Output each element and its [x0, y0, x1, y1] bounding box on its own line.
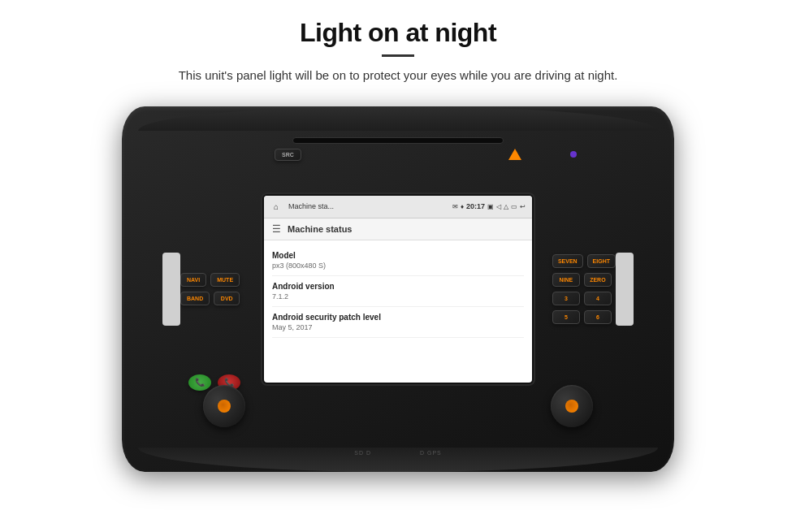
- page-title: Light on at night: [0, 18, 796, 48]
- page-header: Light on at night This unit's panel ligh…: [0, 0, 796, 92]
- app-title: Machine status: [288, 224, 352, 234]
- title-divider: [382, 54, 414, 57]
- sd-label: SD D: [354, 450, 371, 456]
- src-button[interactable]: SRC: [275, 149, 301, 161]
- info-row-model: Model px3 (800x480 S): [272, 245, 524, 276]
- left-btn-row-2: BAND DVD: [180, 292, 240, 305]
- model-value: px3 (800x480 S): [272, 262, 524, 270]
- five-button[interactable]: 5: [552, 310, 580, 324]
- bottom-labels: SD D D GPS: [354, 450, 442, 456]
- right-btn-row-3: 3 4: [552, 292, 616, 305]
- cd-slot: [292, 137, 504, 144]
- band-button[interactable]: BAND: [180, 292, 210, 305]
- info-content: Model px3 (800x480 S) Android version 7.…: [264, 240, 532, 343]
- car-unit: SRC ⌂ Machine sta... ✉ ♦ 20:17 ▣ ◁ △ ▭ ↩…: [122, 106, 674, 472]
- right-knob[interactable]: [551, 385, 593, 427]
- screen-icon: ▭: [511, 203, 517, 210]
- right-btn-row-1: SEVEN EIGHT: [552, 254, 616, 268]
- security-value: May 5, 2017: [272, 323, 524, 331]
- right-btn-row-4: 5 6: [552, 310, 616, 324]
- model-label: Model: [272, 251, 524, 260]
- android-version-value: 7.1.2: [272, 292, 524, 301]
- android-version-label: Android version: [272, 282, 524, 291]
- four-button[interactable]: 4: [584, 292, 612, 305]
- dvd-button[interactable]: DVD: [214, 292, 240, 305]
- security-label: Android security patch level: [272, 313, 524, 322]
- android-screen: ⌂ Machine sta... ✉ ♦ 20:17 ▣ ◁ △ ▭ ↩ ☰ M…: [264, 196, 532, 383]
- status-icons: ✉ ♦ 20:17 ▣ ◁ △ ▭ ↩: [452, 202, 526, 210]
- status-time: 20:17: [466, 202, 485, 210]
- back-icon: ↩: [520, 203, 526, 210]
- msg-icon: ✉: [452, 203, 458, 210]
- navi-button[interactable]: NAVI: [180, 273, 206, 287]
- seven-button[interactable]: SEVEN: [552, 254, 583, 268]
- camera-icon: ▣: [487, 203, 494, 210]
- status-app-title: Machine sta...: [288, 202, 449, 210]
- mute-button[interactable]: MUTE: [210, 273, 240, 287]
- left-bracket: [162, 253, 180, 326]
- home-icon: ⌂: [270, 201, 282, 212]
- info-row-security: Android security patch level May 5, 2017: [272, 307, 524, 338]
- indicator-dot: [570, 151, 577, 158]
- vol-icon: ◁: [496, 203, 501, 210]
- answer-button[interactable]: 📞: [188, 374, 211, 391]
- eight-button[interactable]: EIGHT: [587, 254, 616, 268]
- three-button[interactable]: 3: [552, 292, 580, 305]
- left-knob[interactable]: [203, 385, 245, 427]
- menu-icon: ☰: [272, 223, 281, 235]
- up-icon: △: [504, 203, 508, 210]
- location-icon: ♦: [461, 203, 464, 210]
- info-row-android: Android version 7.1.2: [272, 276, 524, 307]
- right-bracket: [616, 253, 634, 326]
- right-buttons-panel: SEVEN EIGHT NINE ZERO 3 4 5 6: [552, 254, 616, 324]
- left-btn-row-1: NAVI MUTE: [180, 273, 240, 287]
- six-button[interactable]: 6: [584, 310, 612, 324]
- page-subtitle: This unit's panel light will be on to pr…: [0, 67, 796, 85]
- nine-button[interactable]: NINE: [552, 273, 580, 287]
- left-buttons-panel: NAVI MUTE BAND DVD: [180, 273, 240, 305]
- gps-label: D GPS: [420, 450, 442, 456]
- status-bar: ⌂ Machine sta... ✉ ♦ 20:17 ▣ ◁ △ ▭ ↩: [264, 196, 532, 218]
- right-btn-row-2: NINE ZERO: [552, 273, 616, 287]
- zero-button[interactable]: ZERO: [584, 273, 612, 287]
- alert-button[interactable]: [508, 149, 521, 160]
- app-header: ☰ Machine status: [264, 218, 532, 240]
